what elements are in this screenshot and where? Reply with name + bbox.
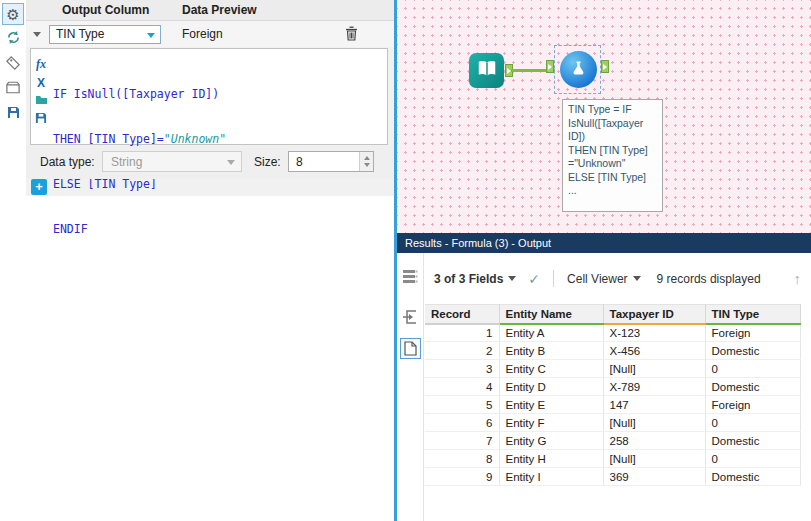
stepper-down-icon[interactable] [364,163,370,167]
record-number-cell[interactable]: 7 [425,432,499,450]
column-header[interactable]: Taxpayer ID [603,305,705,324]
tool-annotation[interactable]: TIN Type = IF IsNull([Taxpayer ID]) THEN… [562,99,663,212]
input-anchor[interactable] [546,60,554,73]
input-anchor-icon[interactable] [402,308,419,325]
column-header[interactable]: Record [425,305,499,324]
formula-expression-editor[interactable]: fx X IF IsNull([Taxpayer ID]) THEN [TIN … [30,48,388,145]
record-number-cell[interactable]: 8 [425,450,499,468]
cell-viewer-caret-icon[interactable] [633,276,641,281]
formula-editor-toolbar: fx X [32,57,50,127]
data-type-value: String [111,155,142,169]
output-column-header: Output Column [26,3,176,17]
add-column-button[interactable]: + [31,179,47,195]
formula-tool-selected[interactable] [554,45,601,94]
output-column-value: TIN Type [56,27,104,41]
data-cell[interactable]: 369 [603,468,705,486]
data-cell[interactable]: Entity C [499,360,603,378]
record-number-cell[interactable]: 9 [425,468,499,486]
output-column-select[interactable]: TIN Type [49,25,161,44]
table-row: 3Entity C[Null]0 [425,360,800,378]
formula-line: IF IsNull([Taxpayer ID]) [53,87,226,102]
table-row: 4Entity DX-789Domestic [425,378,800,396]
record-number-cell[interactable]: 6 [425,414,499,432]
data-cell[interactable]: [Null] [603,360,705,378]
data-cell[interactable]: [Null] [603,450,705,468]
size-label: Size: [254,155,281,169]
record-number-cell[interactable]: 5 [425,396,499,414]
formula-tool-icon [560,51,597,88]
workflow-canvas[interactable]: TIN Type = IF IsNull([Taxpayer ID]) THEN… [397,0,811,233]
tab-configuration[interactable]: ⚙ [2,3,24,25]
data-cell[interactable]: Entity E [499,396,603,414]
data-cell[interactable]: Domestic [705,342,800,360]
data-cell[interactable]: Entity B [499,342,603,360]
data-cell[interactable]: 0 [705,414,800,432]
data-cell[interactable]: Domestic [705,378,800,396]
expression-row: TIN Type Foreign [26,21,394,47]
data-cell[interactable]: Entity I [499,468,603,486]
data-cell[interactable]: Entity A [499,324,603,342]
cell-viewer-dropdown[interactable]: Cell Viewer [567,272,627,286]
collapse-panel-icon[interactable]: ↑ [794,270,802,287]
functions-icon[interactable]: fx [36,57,46,72]
size-input[interactable]: 8 [288,151,374,172]
constants-icon[interactable] [35,94,48,108]
size-stepper[interactable] [359,152,373,171]
fields-caret-icon[interactable] [508,276,516,281]
results-table-head-row: RecordEntity NameTaxpayer IDTIN Type [425,305,800,324]
variables-icon[interactable]: X [37,76,45,90]
size-value: 8 [296,155,303,169]
trash-icon[interactable] [345,26,358,44]
data-preview-value: Foreign [182,27,223,41]
data-cell[interactable]: Entity D [499,378,603,396]
data-cell[interactable]: Entity G [499,432,603,450]
data-type-select[interactable]: String [102,151,242,172]
string-literal: "Unknown" [164,132,226,146]
column-header[interactable]: TIN Type [705,305,800,324]
output-anchor[interactable] [601,60,609,73]
layout-view-icon[interactable] [402,268,419,285]
data-cell[interactable]: X-456 [603,342,705,360]
data-cell[interactable]: [Null] [603,414,705,432]
stepper-up-icon[interactable] [364,156,370,160]
data-cell[interactable]: X-789 [603,378,705,396]
tab-package[interactable] [2,78,24,100]
table-row: 7Entity G258Domestic [425,432,800,450]
record-number-cell[interactable]: 2 [425,342,499,360]
data-cell[interactable]: Domestic [705,468,800,486]
data-cell[interactable]: X-123 [603,324,705,342]
table-row: 2Entity BX-456Domestic [425,342,800,360]
column-header[interactable]: Entity Name [499,305,603,324]
sync-arrows-icon [6,30,21,48]
formula-line: ENDIF [53,222,226,237]
output-anchor-icon[interactable] [400,338,421,359]
record-number-cell[interactable]: 3 [425,360,499,378]
box-icon [6,81,20,97]
data-cell[interactable]: Foreign [705,324,800,342]
dropdown-caret-icon [227,160,235,165]
record-number-cell[interactable]: 1 [425,324,499,342]
data-cell[interactable]: Domestic [705,432,800,450]
tab-navigation[interactable] [2,28,24,50]
data-cell[interactable]: Entity F [499,414,603,432]
tab-save[interactable] [2,103,24,125]
data-cell[interactable]: 258 [603,432,705,450]
text-input-tool[interactable] [469,53,504,88]
table-row: 1Entity AX-123Foreign [425,324,800,342]
apply-check-icon[interactable]: ✓ [528,271,540,287]
tab-annotation[interactable] [2,53,24,75]
data-cell[interactable]: 0 [705,360,800,378]
table-row: 6Entity F[Null]0 [425,414,800,432]
data-cell[interactable]: Foreign [705,396,800,414]
data-cell[interactable]: 0 [705,450,800,468]
save-expression-icon[interactable] [35,112,47,127]
data-cell[interactable]: 147 [603,396,705,414]
fields-summary-dropdown[interactable]: 3 of 3 Fields [434,272,503,286]
results-title: Results - Formula (3) - Output [397,233,811,253]
chevron-down-icon[interactable] [33,32,41,37]
records-displayed-text: 9 records displayed [657,272,761,286]
gear-icon: ⚙ [6,7,19,22]
data-cell[interactable]: Entity H [499,450,603,468]
record-number-cell[interactable]: 4 [425,378,499,396]
results-table: RecordEntity NameTaxpayer IDTIN Type 1En… [425,304,801,486]
